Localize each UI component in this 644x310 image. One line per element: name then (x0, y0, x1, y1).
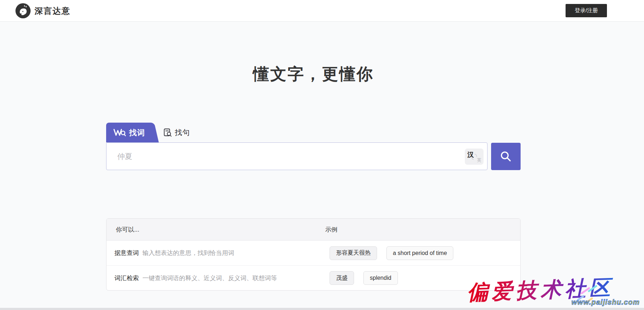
page-title: 懂文字，更懂你 (106, 63, 521, 85)
feature-description: 输入想表达的意思，找到恰当用词 (142, 249, 234, 257)
watermark-decoration (588, 285, 597, 292)
find-word-icon (113, 128, 126, 137)
search-icon (500, 151, 512, 162)
watermark-decoration (577, 295, 585, 301)
column-header-examples: 示例 (325, 225, 337, 234)
main-content: 懂文字，更懂你 找词 找句 (106, 0, 521, 310)
examples-table-header: 你可以... 示例 (106, 219, 520, 241)
brand-name: 深言达意 (35, 5, 71, 17)
example-tag[interactable]: a short period of time (386, 246, 453, 260)
brand-home-link[interactable]: 深言达意 (15, 3, 71, 19)
top-bar: 深言达意 登录/注册 (0, 0, 644, 22)
watermark-decoration (580, 287, 590, 295)
tab-find-sentence[interactable]: 找句 (164, 123, 190, 142)
page: 深言达意 登录/注册 懂文字，更懂你 找词 (0, 0, 644, 310)
tab-find-word-label: 找词 (129, 128, 145, 138)
watermark-decoration (584, 297, 593, 304)
table-row: 据意查词 输入想表达的意思，找到恰当用词 形容夏天很热 a short peri… (106, 241, 520, 265)
example-tag[interactable]: splendid (363, 271, 398, 285)
language-secondary: 英 (477, 157, 481, 163)
search-input[interactable] (106, 143, 487, 170)
column-header-capabilities: 你可以... (116, 225, 139, 234)
examples-table: 你可以... 示例 据意查词 输入想表达的意思，找到恰当用词 形容夏天很热 a … (106, 218, 521, 291)
tab-find-word[interactable]: 找词 (106, 123, 149, 142)
example-tags: 形容夏天很热 a short period of time (330, 246, 453, 260)
search-area: 汉 英 (106, 142, 521, 170)
feature-name: 词汇检索 (114, 274, 142, 282)
feature-name: 据意查词 (114, 249, 142, 257)
login-register-button[interactable]: 登录/注册 (566, 4, 607, 17)
watermark-url: www.paijishu.com (571, 298, 640, 306)
table-row: 词汇检索 一键查询词语的释义、近义词、反义词、联想词等 茂盛 splendid (106, 265, 520, 290)
tab-find-sentence-label: 找句 (175, 128, 190, 137)
example-tag[interactable]: 形容夏天很热 (330, 246, 377, 260)
example-tags: 茂盛 splendid (330, 271, 398, 285)
language-primary: 汉 (467, 150, 474, 159)
window-edge (0, 308, 644, 310)
search-tabs: 找词 找句 (106, 123, 521, 142)
feature-description: 一键查询词语的释义、近义词、反义词、联想词等 (142, 274, 277, 282)
search-box: 汉 英 (106, 142, 487, 170)
whale-logo-icon (15, 3, 31, 19)
find-sentence-icon (164, 128, 172, 137)
search-button[interactable] (491, 143, 521, 170)
example-tag[interactable]: 茂盛 (330, 271, 354, 285)
language-toggle[interactable]: 汉 英 (465, 149, 484, 165)
